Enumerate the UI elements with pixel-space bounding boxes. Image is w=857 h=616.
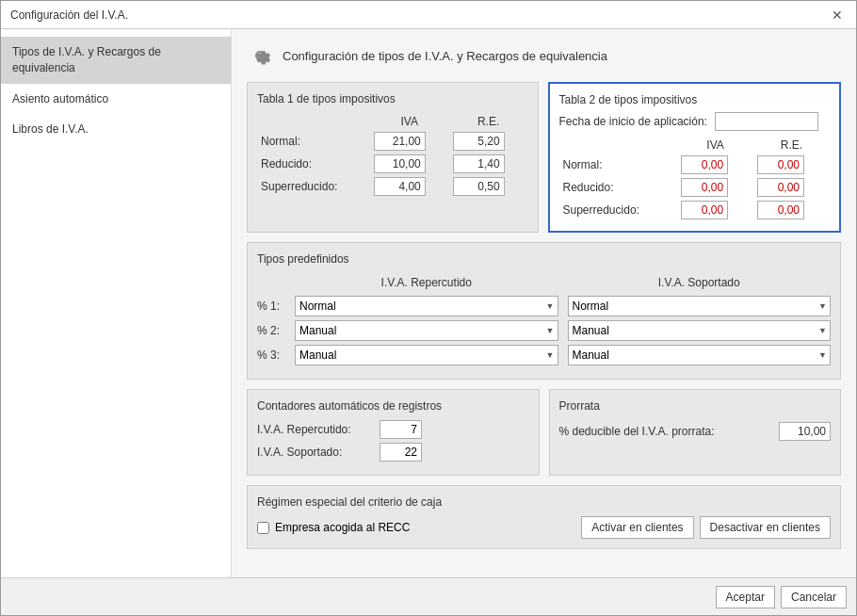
close-button[interactable]: ✕ xyxy=(828,8,847,23)
bottom-bar: Aceptar Cancelar xyxy=(1,577,856,615)
tipos-predefinidos-section: Tipos predefinidos I.V.A. Repercutido I.… xyxy=(247,242,841,380)
tabla1-title: Tabla 1 de tipos impositivos xyxy=(257,92,528,105)
tabla1: Tabla 1 de tipos impositivos IVA R.E. No… xyxy=(247,82,539,233)
tabla1-row-re[interactable] xyxy=(449,153,528,175)
contadores-section: Contadores automáticos de registros I.V.… xyxy=(247,389,540,476)
tabla1-row-label: Normal: xyxy=(257,130,370,153)
tabla2-col-re: R.E. xyxy=(753,137,830,154)
counter-row: I.V.A. Soportado: xyxy=(257,443,529,462)
prorrata-input[interactable] xyxy=(779,422,831,441)
tabla1-row-label: Superreducido: xyxy=(257,175,370,198)
tipos-soportado-select[interactable]: NormalReducidoSuperreducidoManual xyxy=(568,345,832,365)
tabla2: Tabla 2 de tipos impositivos Fecha de in… xyxy=(548,82,842,233)
bottom-row: Contadores automáticos de registros I.V.… xyxy=(247,389,841,476)
recc-left: Empresa acogida al RECC xyxy=(257,521,410,534)
prorrata-label: % deducible del I.V.A. prorrata: xyxy=(559,425,780,438)
gear-icon xyxy=(247,42,273,69)
main-header-title: Configuración de tipos de I.V.A. y Recar… xyxy=(283,49,607,63)
tipos-soportado-select-wrapper: NormalReducidoSuperreducidoManual ▼ xyxy=(568,320,832,341)
tipos-soportado-select-wrapper: NormalReducidoSuperreducidoManual ▼ xyxy=(568,345,832,365)
tipos-repercutido-select-wrapper: NormalReducidoSuperreducidoManual ▼ xyxy=(295,345,558,365)
main-header: Configuración de tipos de I.V.A. y Recar… xyxy=(247,42,841,69)
prorrata-title: Prorrata xyxy=(559,399,832,413)
sidebar-item-asiento[interactable]: Asiento automático xyxy=(1,84,231,115)
tabla2-row: Normal: xyxy=(559,154,831,176)
tabla1-row: Superreducido: xyxy=(257,175,528,198)
cancelar-button[interactable]: Cancelar xyxy=(781,586,847,608)
prorrata-section: Prorrata % deducible del I.V.A. prorrata… xyxy=(549,389,842,476)
aceptar-button[interactable]: Aceptar xyxy=(716,586,775,608)
recc-checkbox[interactable] xyxy=(257,522,269,534)
counter-label: I.V.A. Repercutido: xyxy=(257,423,380,436)
tipos-soportado-col: I.V.A. Soportado xyxy=(568,273,832,296)
tipos-soportado-select-wrapper: NormalReducidoSuperreducidoManual ▼ xyxy=(568,296,832,316)
sidebar-item-libros[interactable]: Libros de I.V.A. xyxy=(1,114,231,145)
tipos-repercutido-col: I.V.A. Repercutido xyxy=(295,273,558,296)
tabla1-row-iva[interactable] xyxy=(370,130,449,153)
counter-label: I.V.A. Soportado: xyxy=(257,446,380,459)
main-panel: Configuración de tipos de I.V.A. y Recar… xyxy=(232,29,856,577)
counter-input[interactable] xyxy=(380,443,422,462)
tabla2-row-iva[interactable] xyxy=(677,199,753,221)
tipos-row-label: % 2: xyxy=(257,324,285,337)
tipos-row-label: % 3: xyxy=(257,349,285,362)
tabla2-row-label: Reducido: xyxy=(559,176,678,199)
desactivar-clientes-button[interactable]: Desactivar en clientes xyxy=(700,516,831,539)
main-window: Configuración del I.V.A. ✕ Tipos de I.V.… xyxy=(0,0,857,616)
recc-section: Régimen especial del criterio de caja Em… xyxy=(247,485,841,549)
tabla1-row-re[interactable] xyxy=(449,175,528,198)
tabla1-row-re[interactable] xyxy=(449,130,528,153)
recc-title: Régimen especial del criterio de caja xyxy=(257,495,831,509)
counter-input[interactable] xyxy=(380,420,422,439)
tipos-grid: I.V.A. Repercutido I.V.A. Soportado xyxy=(257,273,831,296)
tabla1-row: Normal: xyxy=(257,130,528,153)
tipos-soportado-select[interactable]: NormalReducidoSuperreducidoManual xyxy=(568,296,832,316)
tabla2-row-label: Superreducido: xyxy=(559,199,678,221)
tabla2-col-iva: IVA xyxy=(677,137,753,154)
tabla1-row-iva[interactable] xyxy=(370,153,449,175)
tipos-repercutido-select[interactable]: NormalReducidoSuperreducidoManual xyxy=(295,345,558,365)
tipos-row: % 3: NormalReducidoSuperreducidoManual ▼… xyxy=(257,345,831,365)
tipos-soportado-header: I.V.A. Soportado xyxy=(568,273,832,292)
tabla1-row-iva[interactable] xyxy=(370,175,449,198)
tabla1-row-label: Reducido: xyxy=(257,153,370,175)
tipos-row-label: % 1: xyxy=(257,300,285,313)
contadores-title: Contadores automáticos de registros xyxy=(257,399,529,413)
fecha-input[interactable] xyxy=(715,112,818,131)
tabla2-row-iva[interactable] xyxy=(677,176,753,199)
tabla1-col-iva: IVA xyxy=(370,113,449,130)
tabla2-row: Reducido: xyxy=(559,176,831,199)
activar-clientes-button[interactable]: Activar en clientes xyxy=(581,516,693,539)
tipos-predefinidos-title: Tipos predefinidos xyxy=(257,252,831,266)
tabla2-title: Tabla 2 de tipos impositivos xyxy=(559,93,831,106)
tabla2-row-re[interactable] xyxy=(753,176,830,199)
tipos-repercutido-select[interactable]: NormalReducidoSuperreducidoManual xyxy=(295,296,558,316)
tabla2-row-iva[interactable] xyxy=(677,154,753,176)
recc-row: Empresa acogida al RECC Activar en clien… xyxy=(257,516,831,539)
tabla1-col-re: R.E. xyxy=(449,113,528,130)
tipos-soportado-select[interactable]: NormalReducidoSuperreducidoManual xyxy=(568,320,832,341)
prorrata-row: % deducible del I.V.A. prorrata: xyxy=(559,422,832,441)
tipos-row: % 2: NormalReducidoSuperreducidoManual ▼… xyxy=(257,320,831,341)
tipos-repercutido-select-wrapper: NormalReducidoSuperreducidoManual ▼ xyxy=(295,296,558,316)
tabla2-row-re[interactable] xyxy=(753,154,830,176)
title-bar: Configuración del I.V.A. ✕ xyxy=(1,1,856,29)
fecha-row: Fecha de inicio de aplicación: xyxy=(559,112,831,131)
tipos-repercutido-select[interactable]: NormalReducidoSuperreducidoManual xyxy=(295,320,558,341)
content-area: Tipos de I.V.A. y Recargos de equivalenc… xyxy=(1,29,856,577)
window-title: Configuración del I.V.A. xyxy=(10,8,128,22)
tabla2-row: Superreducido: xyxy=(559,199,831,221)
sidebar-item-tipos-iva[interactable]: Tipos de I.V.A. y Recargos de equivalenc… xyxy=(1,37,231,84)
tabla2-row-re[interactable] xyxy=(753,199,830,221)
recc-buttons: Activar en clientes Desactivar en client… xyxy=(581,516,831,539)
tipos-row: % 1: NormalReducidoSuperreducidoManual ▼… xyxy=(257,296,831,316)
recc-checkbox-label: Empresa acogida al RECC xyxy=(275,521,410,534)
tipos-repercutido-header: I.V.A. Repercutido xyxy=(295,273,558,292)
tabla2-row-label: Normal: xyxy=(559,154,678,176)
sidebar: Tipos de I.V.A. y Recargos de equivalenc… xyxy=(1,29,232,577)
counter-row: I.V.A. Repercutido: xyxy=(257,420,529,439)
tipos-repercutido-select-wrapper: NormalReducidoSuperreducidoManual ▼ xyxy=(295,320,558,341)
fecha-label: Fecha de inicio de aplicación: xyxy=(559,115,707,128)
tabla1-row: Reducido: xyxy=(257,153,528,175)
